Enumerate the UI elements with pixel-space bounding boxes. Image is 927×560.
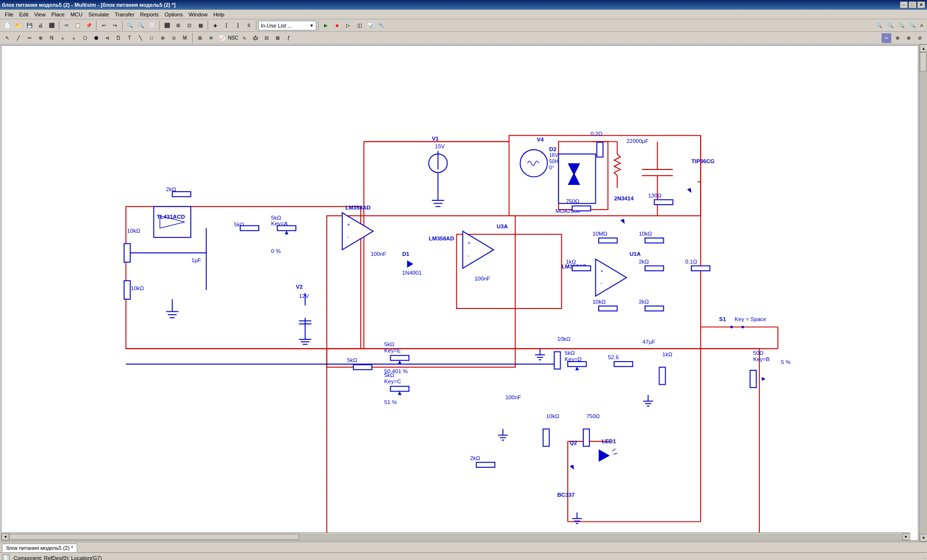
component-icon[interactable]: ⬛ [162,20,172,31]
v-scroll-thumb[interactable] [920,52,927,71]
tab-bar: блок питания модель5 (2) * [0,542,927,552]
undo-button[interactable]: ↩ [98,20,109,31]
print-button[interactable]: 🖨 [35,20,46,31]
junction-tool[interactable]: ⊕ [35,33,46,43]
gate-btn[interactable]: ⊞ [173,20,183,31]
menu-mcu[interactable]: MCU [68,11,85,18]
scroll-up-arrow[interactable]: ▲ [920,44,927,52]
analysis-btn2[interactable]: ◫ [354,20,365,31]
sim-btn3[interactable]: ⟧ [232,20,243,31]
svg-text:10kΩ: 10kΩ [592,299,606,305]
menu-window[interactable]: Window [186,11,211,18]
menu-simulate[interactable]: Simulate [85,11,112,18]
text-tool[interactable]: T [124,33,135,43]
graphic-line-tool[interactable]: ╲ [135,33,146,43]
select-tool[interactable]: ↖ [2,33,13,43]
svg-text:750Ω: 750Ω [566,198,579,204]
v-scroll-track[interactable] [920,52,927,534]
formula-tool[interactable]: ƒ [283,33,294,43]
oscilloscope-tool[interactable]: ⊞ [195,33,205,43]
menu-view[interactable]: View [31,11,49,18]
hier-connector-tool[interactable]: ⬢ [91,33,101,43]
svg-text:1µF: 1µF [191,257,201,263]
probe-tool[interactable]: ⊛ [157,33,168,43]
func-gen-tool[interactable]: ∿ [239,33,250,43]
right-tool4[interactable]: ⊘ [914,33,925,43]
in-use-list-dropdown[interactable]: In-Use List ... ▼ [258,21,316,30]
menu-reports[interactable]: Reports [137,11,162,18]
bus-tool[interactable]: ═ [24,33,35,43]
menu-file[interactable]: File [2,11,16,18]
grapher-btn[interactable]: 📊 [365,20,376,31]
print-preview-button[interactable]: ⬛ [46,20,57,31]
copy-button[interactable]: 📋 [72,20,83,31]
sim-btn2[interactable]: ⟦ [221,20,232,31]
horizontal-scrollbar[interactable]: ◄ ► [1,532,910,540]
zoom-page-btn[interactable]: 🔍 [896,20,907,31]
paste-button[interactable]: 📌 [84,20,94,31]
postprocess-btn[interactable]: 🔧 [376,20,387,31]
right-tool3[interactable]: ⊗ [903,33,914,43]
multimeter-tool[interactable]: M [180,33,190,43]
minimize-button[interactable]: ─ [900,1,908,8]
open-button[interactable]: 📂 [13,20,24,31]
scroll-left-arrow[interactable]: ◄ [1,533,9,540]
maximize-button[interactable]: □ [909,1,916,8]
close-button[interactable]: ✕ [917,1,925,8]
gate-btn3[interactable]: ▦ [195,20,206,31]
current-probe-tool[interactable]: ⊙ [169,33,179,43]
wire-tool[interactable]: ╱ [13,33,24,43]
scroll-right-arrow[interactable]: ► [902,533,910,540]
scroll-down-arrow[interactable]: ▼ [920,534,927,542]
cut-button[interactable]: ✂ [61,20,72,31]
nsc-tool[interactable]: NSC [228,33,239,43]
redo-button[interactable]: ↪ [110,20,120,31]
canvas-area[interactable]: TL431ACD 2kΩ 10kΩ [1,45,918,541]
svg-point-211 [730,326,733,328]
ladder-tool[interactable]: ⊠ [272,33,283,43]
zoom-in-button[interactable]: 🔍 [125,20,135,31]
graphic-rect-tool[interactable]: □ [146,33,157,43]
svg-point-117 [520,150,547,177]
hier-block-tool[interactable]: ⬡ [80,33,90,43]
zoom-fit-btn[interactable]: 🔍 [874,20,885,31]
save-button[interactable]: 💾 [24,20,35,31]
status-icon: 📄 [2,554,10,560]
menu-options[interactable]: Options [162,11,186,18]
sim-btn4[interactable]: ⧖ [243,20,254,31]
run-btn[interactable]: ▶ [321,20,331,31]
right-tool1[interactable]: In [881,33,892,43]
new-button[interactable]: 📄 [2,20,13,31]
tab-main[interactable]: блок питания модель5 (2) * [2,544,77,552]
svg-rect-194 [645,266,663,271]
note-tool[interactable]: 🗒 [113,33,124,43]
stop-btn[interactable]: ■ [332,20,342,31]
right-tool2[interactable]: ⊕ [892,33,903,43]
menu-edit[interactable]: Edit [16,11,31,18]
analysis-btn1[interactable]: ▷ [343,20,353,31]
dc-source-tool[interactable]: ⏻ [250,33,261,43]
menu-place[interactable]: Place [48,11,68,18]
zoom-percent-btn[interactable]: 🔍 [885,20,896,31]
power-tool[interactable]: ⏚ [57,33,68,43]
sim-btn1[interactable]: ◈ [210,20,221,31]
zoom-out-button[interactable]: 🔍 [136,20,146,31]
gate-btn2[interactable]: ⊡ [184,20,195,31]
svg-point-213 [742,326,744,328]
misc-tool[interactable]: ⊟ [261,33,272,43]
svg-rect-174 [599,238,617,243]
menu-help[interactable]: Help [211,11,227,18]
spectrum-tool[interactable]: 📈 [217,33,227,43]
off-page-tool[interactable]: ⊲ [102,33,112,43]
net-name-tool[interactable]: N [46,33,57,43]
sep2 [96,21,97,30]
zoom-area-button[interactable]: ⬜ [147,20,157,31]
bode-tool[interactable]: ≋ [206,33,216,43]
scroll-track[interactable] [9,534,902,540]
ground-tool[interactable]: ⏚ [69,33,79,43]
zoom-sel-btn[interactable]: 🔍 [907,20,918,31]
svg-text:V2: V2 [296,284,303,290]
menu-transfer[interactable]: Transfer [112,11,138,18]
vertical-scrollbar[interactable]: ▲ ▼ [919,44,927,542]
scroll-thumb[interactable] [9,534,299,540]
